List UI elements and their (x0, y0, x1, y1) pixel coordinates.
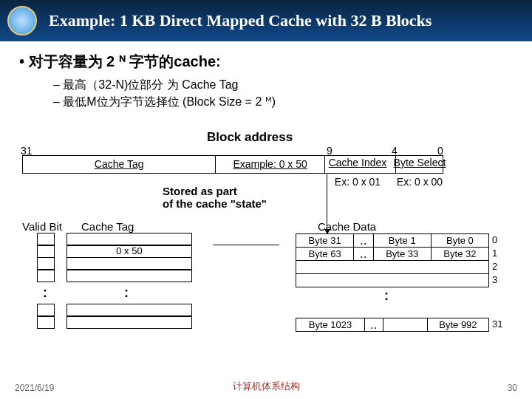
bar-example: Example: 0 x 50 (216, 156, 325, 173)
valid-bit-label: Valid Bit (22, 220, 62, 233)
arrow-left-icon (213, 245, 279, 245)
footer-page-number: 30 (508, 383, 517, 393)
sub-bullets: 最高（32-N)位部分 为 Cache Tag 最低M位为字节选择位 (Bloc… (53, 76, 513, 110)
cache-data-table-last: Byte 1023 ‥ Byte 992 (296, 318, 489, 332)
table-row: Byte 63 ‥ Byte 33 Byte 32 (296, 248, 489, 261)
stored-label: Stored as part of the cache "state" (163, 185, 267, 210)
table-row (296, 261, 489, 274)
main-bullet: 对于容量为 2 ᴺ 字节的cache: (19, 52, 513, 72)
cache-data-table: Byte 31 ‥ Byte 1 Byte 0 Byte 63 ‥ Byte 3… (296, 233, 489, 287)
slide-title: Example: 1 KB Direct Mapped Cache with 3… (49, 11, 432, 30)
tag-value: 0 x 50 (66, 245, 192, 258)
table-row (296, 274, 489, 287)
valid-column (37, 233, 55, 282)
cache-index-label: Cache Index (321, 157, 395, 168)
sub-bullet-1: 最高（32-N)位部分 为 Cache Tag (53, 76, 513, 93)
row-numbers: 0 1 2 3 (492, 233, 497, 287)
valid-column-bottom (37, 304, 55, 329)
cache-index-example: Ex: 0 x 01 (321, 176, 395, 188)
byte-select-example: Ex: 0 x 00 (390, 176, 449, 188)
block-address-label: Block address (207, 130, 293, 145)
university-logo-icon (7, 6, 37, 35)
vdots-data: : (384, 288, 389, 304)
table-row: Byte 31 ‥ Byte 1 Byte 0 (296, 234, 489, 248)
cache-tag-col-label: Cache Tag (81, 220, 134, 233)
cache-diagram: Block address 31 9 4 0 Cache Tag Example… (22, 130, 510, 374)
bar-cache-tag: Cache Tag (23, 156, 216, 173)
slide-header: Example: 1 KB Direct Mapped Cache with 3… (0, 0, 532, 41)
sub-bullet-2: 最低M位为字节选择位 (Block Size = 2 ᴹ) (53, 93, 513, 110)
byte-select-label: Byte Select (390, 157, 449, 168)
cache-data-col-label: Cache Data (318, 220, 376, 233)
vdots-valid: : (43, 285, 47, 301)
tag-column: 0 x 50 (66, 233, 192, 282)
row-number-last: 31 (492, 318, 502, 331)
slide-content: 对于容量为 2 ᴺ 字节的cache: 最高（32-N)位部分 为 Cache … (0, 41, 532, 110)
footer-subject: 计算机体系结构 (0, 380, 532, 393)
tag-column-bottom (66, 304, 192, 329)
table-row: Byte 1023 ‥ Byte 992 (296, 318, 489, 332)
vdots-tag: : (124, 285, 129, 301)
